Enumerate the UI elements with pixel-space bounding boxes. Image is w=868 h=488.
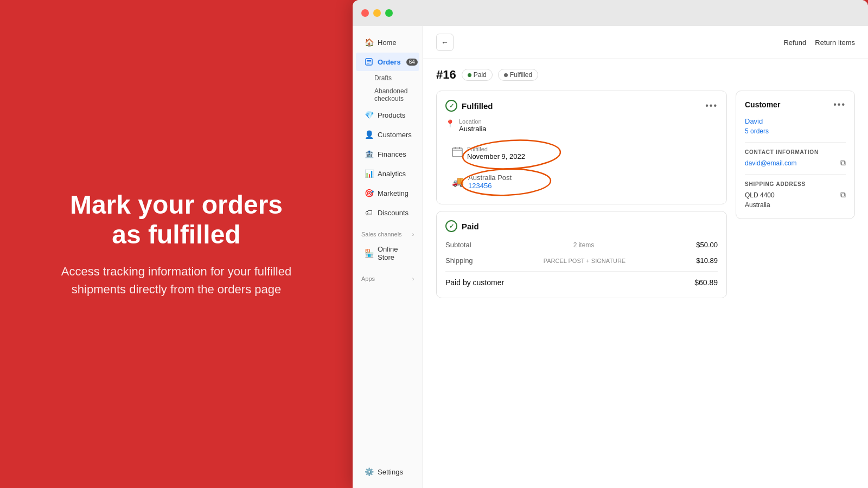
customer-email: david@email.com [745,159,797,167]
sidebar-label-online-store: Online Store [378,245,411,261]
order-title-row: #16 Paid Fulfilled [436,68,855,82]
address-content: QLD 4400 Australia ⧉ [745,190,846,210]
tracking-row: 🚚 Australia Post 123456 [445,168,718,195]
sidebar-item-finances[interactable]: 🏦 Finances [356,145,419,163]
customer-name-link[interactable]: David [745,117,763,125]
return-items-button[interactable]: Return items [815,38,855,47]
sidebar-item-analytics[interactable]: 📊 Analytics [356,164,419,183]
svg-rect-4 [452,148,462,157]
refund-button[interactable]: Refund [783,38,806,47]
sidebar-label-discounts: Discounts [378,209,409,217]
contact-section: CONTACT INFORMATION david@email.com ⧉ [745,142,846,168]
paid-check-icon: ✓ [445,220,457,232]
sidebar-label-settings: Settings [378,468,403,476]
browser-content: 🏠 Home Orders 64 Drafts [353,26,868,488]
description: Access tracking information for your ful… [33,262,320,298]
fulfilled-card: ✓ Fulfilled ••• 📍 Location Austra [436,91,727,204]
sidebar: 🏠 Home Orders 64 Drafts [353,26,423,488]
total-row: Paid by customer $60.89 [445,276,718,289]
fulfillment-label: Fulfilled [467,146,525,152]
fulfillment-icon [452,146,463,160]
tracking-carrier: Australia Post [468,174,512,182]
browser-titlebar [353,0,868,26]
address-line2: Australia [745,200,775,210]
apps-section: Apps › [353,271,423,284]
marketing-icon: 🎯 [365,189,373,197]
fulfillment-date-row: Fulfilled November 9, 2022 [445,140,718,166]
fulfilled-dot [504,73,508,77]
discounts-icon: 🏷 [365,208,373,217]
address-line1: QLD 4400 [745,190,775,200]
sidebar-item-settings[interactable]: ⚙️ Settings [356,463,419,481]
browser-window: 🏠 Home Orders 64 Drafts [353,0,868,488]
truck-icon: 🚚 [452,176,464,188]
traffic-light-yellow[interactable] [373,9,381,17]
copy-email-button[interactable]: ⧉ [840,158,846,168]
shipping-address-label: SHIPPING ADDRESS [745,181,846,187]
sidebar-label-abandoned: Abandoned checkouts [374,87,407,102]
fulfilled-card-header: ✓ Fulfilled ••• [445,100,718,112]
sidebar-label-orders: Orders [378,58,401,66]
analytics-icon: 📊 [365,169,373,178]
sales-channels-section: Sales channels › [353,227,423,240]
main-column: ✓ Fulfilled ••• 📍 Location Austra [436,91,727,298]
paid-dot [468,73,471,77]
customer-orders-link[interactable]: 5 orders [745,127,769,135]
side-column: Customer ••• David 5 orders CONTACT INFO… [736,91,855,219]
address-text: QLD 4400 Australia [745,190,775,210]
sales-channels-chevron: › [412,232,414,237]
customer-card: Customer ••• David 5 orders CONTACT INFO… [736,91,855,219]
shipping-row: Shipping PARCEL POST + SIGNATURE $10.89 [445,254,718,267]
sidebar-item-orders[interactable]: Orders 64 [356,53,419,71]
sidebar-item-discounts[interactable]: 🏷 Discounts [356,203,419,222]
orders-icon [365,57,373,66]
traffic-light-green[interactable] [385,9,393,17]
sidebar-label-customers: Customers [378,131,412,139]
fulfilled-card-title: ✓ Fulfilled [445,100,493,112]
sidebar-label-marketing: Marketing [378,189,409,197]
subtotal-row: Subtotal 2 items $50.00 [445,239,718,251]
customers-icon: 👤 [365,130,373,139]
main-header: ← Refund Return items [423,26,868,59]
customer-more-button[interactable]: ••• [833,100,846,110]
paid-card-header: ✓ Paid [445,220,718,232]
online-store-icon: 🏪 [365,249,373,258]
location-row: 📍 Location Australia [445,118,718,133]
sidebar-label-products: Products [378,111,405,119]
finances-icon: 🏦 [365,150,373,158]
paid-card: ✓ Paid Subtotal 2 items $50.00 Shipping [436,211,727,298]
fulfilled-check-icon: ✓ [445,100,457,112]
apps-chevron: › [412,276,414,282]
sidebar-label-finances: Finances [378,150,406,158]
location-icon: 📍 [445,119,455,128]
traffic-lights [361,9,393,17]
main-body: #16 Paid Fulfilled [423,59,868,488]
fulfilled-more-button[interactable]: ••• [705,101,718,111]
header-actions: Refund Return items [783,38,855,47]
content-grid: ✓ Fulfilled ••• 📍 Location Austra [436,91,855,298]
sidebar-item-online-store[interactable]: 🏪 Online Store [356,240,419,266]
sidebar-item-abandoned[interactable]: Abandoned checkouts [353,85,423,105]
traffic-light-red[interactable] [361,9,369,17]
back-button[interactable]: ← [436,34,454,51]
customer-card-title: Customer [745,100,780,109]
paid-card-title: ✓ Paid [445,220,479,232]
home-icon: 🏠 [365,38,373,47]
sidebar-item-marketing[interactable]: 🎯 Marketing [356,184,419,202]
paid-label: Paid [474,71,487,79]
tracking-number: 123456 [468,182,512,190]
sidebar-item-customers[interactable]: 👤 Customers [356,125,419,144]
sidebar-item-drafts[interactable]: Drafts [353,72,423,85]
main-content: ← Refund Return items #16 Paid [423,26,868,488]
sidebar-item-home[interactable]: 🏠 Home [356,33,419,52]
location-value: Australia [459,125,487,133]
fulfilled-label: Fulfilled [510,71,532,79]
location-label: Location [459,118,487,125]
headline: Mark your orders as fulfilled [70,190,283,249]
left-panel: Mark your orders as fulfilled Access tra… [0,0,353,488]
sidebar-item-products[interactable]: 💎 Products [356,106,419,124]
fulfilled-badge: Fulfilled [498,69,538,81]
sidebar-label-drafts: Drafts [374,74,392,82]
order-number: #16 [436,68,456,82]
copy-address-button[interactable]: ⧉ [840,190,846,200]
